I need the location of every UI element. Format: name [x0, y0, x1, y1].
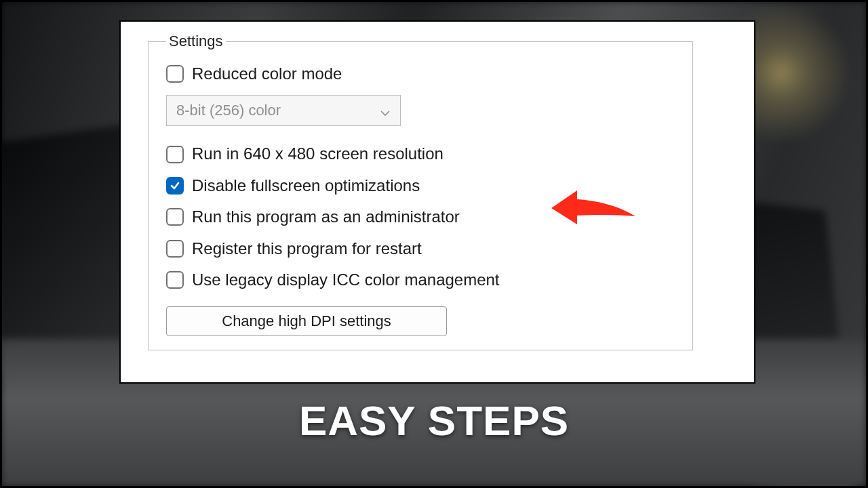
caption-text: EASY STEPS	[0, 396, 868, 445]
checkbox-register-for-restart[interactable]	[166, 240, 184, 258]
color-mode-value: 8-bit (256) color	[176, 102, 281, 119]
label-reduced-color-mode: Reduced color mode	[192, 65, 342, 83]
row-run-as-admin: Run this program as an administrator	[166, 208, 675, 226]
label-run-640x480: Run in 640 x 480 screen resolution	[192, 145, 443, 163]
row-reduced-color-mode: Reduced color mode	[166, 65, 675, 83]
checkbox-reduced-color-mode[interactable]	[166, 65, 184, 83]
checkbox-disable-fullscreen-opt[interactable]	[166, 177, 184, 195]
row-register-for-restart: Register this program for restart	[166, 240, 675, 258]
settings-legend: Settings	[166, 33, 226, 50]
label-run-as-admin: Run this program as an administrator	[192, 208, 460, 226]
compatibility-settings-dialog: Settings Reduced color mode 8-bit (256) …	[119, 20, 755, 384]
chevron-down-icon	[380, 105, 391, 116]
color-mode-dropdown: 8-bit (256) color	[166, 95, 401, 126]
checkbox-run-as-admin[interactable]	[166, 208, 184, 226]
row-legacy-icc: Use legacy display ICC color management	[166, 271, 675, 289]
settings-fieldset: Settings Reduced color mode 8-bit (256) …	[148, 33, 693, 350]
checkbox-run-640x480[interactable]	[166, 146, 184, 163]
label-register-for-restart: Register this program for restart	[192, 240, 422, 258]
change-dpi-label: Change high DPI settings	[222, 312, 391, 330]
label-disable-fullscreen-opt: Disable fullscreen optimizations	[192, 177, 420, 195]
change-dpi-button[interactable]: Change high DPI settings	[166, 306, 447, 336]
row-run-640x480: Run in 640 x 480 screen resolution	[166, 145, 675, 163]
checkbox-legacy-icc[interactable]	[166, 271, 184, 289]
row-disable-fullscreen-opt: Disable fullscreen optimizations	[166, 177, 675, 195]
label-legacy-icc: Use legacy display ICC color management	[192, 271, 500, 289]
